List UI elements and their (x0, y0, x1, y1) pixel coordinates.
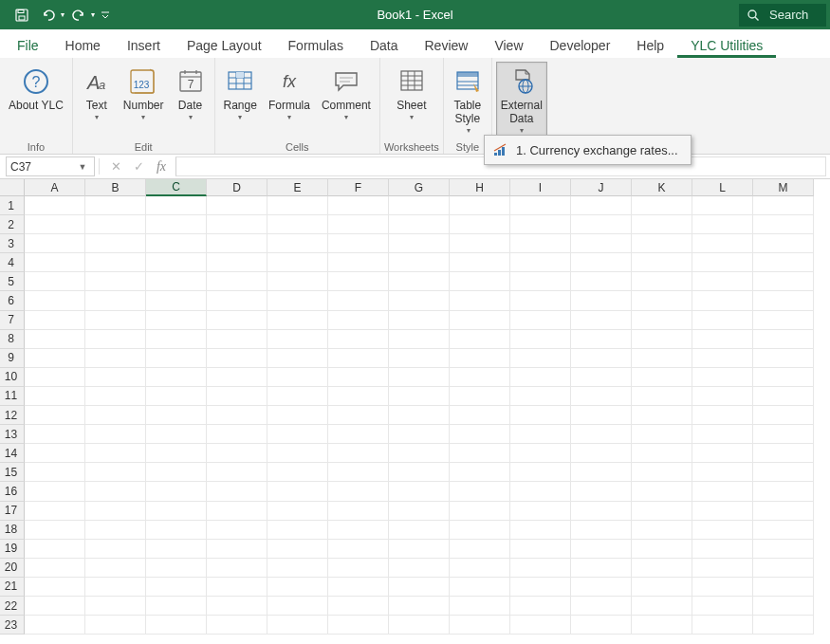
cell[interactable] (692, 234, 753, 253)
cell[interactable] (267, 311, 328, 330)
cell[interactable] (207, 482, 267, 501)
cell[interactable] (85, 330, 146, 349)
cell[interactable] (85, 502, 146, 521)
cell[interactable] (207, 559, 267, 578)
cell[interactable] (207, 406, 267, 425)
row-header[interactable]: 17 (0, 502, 25, 521)
cell[interactable] (85, 272, 146, 291)
text-button[interactable]: Aa Text ▾ (77, 62, 117, 139)
cell[interactable] (25, 234, 85, 253)
cell[interactable] (692, 215, 753, 234)
cell[interactable] (692, 559, 753, 578)
cell[interactable] (85, 578, 146, 597)
cell[interactable] (450, 291, 510, 310)
cells-area[interactable] (25, 196, 814, 635)
formula-button[interactable]: fx Formula ▾ (264, 62, 315, 139)
column-header[interactable]: M (753, 179, 814, 196)
cell[interactable] (146, 196, 207, 215)
cell[interactable] (146, 502, 207, 521)
cell[interactable] (267, 234, 328, 253)
cell[interactable] (389, 349, 450, 368)
cell[interactable] (207, 578, 267, 597)
cell[interactable] (571, 425, 632, 444)
cell[interactable] (753, 463, 814, 482)
cell[interactable] (25, 387, 85, 406)
select-all-corner[interactable] (0, 179, 25, 196)
cell[interactable] (328, 311, 389, 330)
row-header[interactable]: 1 (0, 196, 25, 215)
cell[interactable] (632, 196, 692, 215)
cell[interactable] (207, 597, 267, 616)
cell[interactable] (25, 406, 85, 425)
cell[interactable] (753, 502, 814, 521)
cell[interactable] (632, 253, 692, 272)
cell[interactable] (450, 482, 510, 501)
cell[interactable] (571, 521, 632, 540)
cell[interactable] (207, 291, 267, 310)
cell[interactable] (328, 444, 389, 463)
save-button[interactable] (9, 4, 34, 27)
menu-item-currency-exchange-rates[interactable]: 1. Currency exchange rates... (487, 138, 689, 162)
cell[interactable] (328, 349, 389, 368)
cell[interactable] (450, 502, 510, 521)
cell[interactable] (389, 387, 450, 406)
cell[interactable] (25, 521, 85, 540)
row-header[interactable]: 4 (0, 253, 25, 272)
cell[interactable] (510, 387, 571, 406)
cell[interactable] (571, 444, 632, 463)
cell[interactable] (632, 616, 692, 635)
cell[interactable] (571, 578, 632, 597)
cell[interactable] (692, 291, 753, 310)
cell[interactable] (267, 425, 328, 444)
cell[interactable] (632, 463, 692, 482)
table-style-button[interactable]: Table Style ▾ (448, 62, 488, 139)
cell[interactable] (85, 425, 146, 444)
cell[interactable] (632, 521, 692, 540)
cell[interactable] (450, 253, 510, 272)
cell[interactable] (753, 559, 814, 578)
cell[interactable] (146, 349, 207, 368)
cell[interactable] (267, 597, 328, 616)
column-header[interactable]: G (389, 179, 450, 196)
cell[interactable] (85, 482, 146, 501)
column-header[interactable]: C (146, 179, 207, 196)
cell[interactable] (450, 540, 510, 559)
search-box[interactable]: Search (739, 4, 826, 27)
cell[interactable] (146, 387, 207, 406)
cell[interactable] (571, 196, 632, 215)
column-header[interactable]: H (450, 179, 510, 196)
row-header[interactable]: 21 (0, 578, 25, 597)
cell[interactable] (692, 482, 753, 501)
cell[interactable] (632, 559, 692, 578)
cell[interactable] (510, 349, 571, 368)
row-header[interactable]: 2 (0, 215, 25, 234)
cell[interactable] (328, 330, 389, 349)
cell[interactable] (632, 578, 692, 597)
cell[interactable] (753, 234, 814, 253)
date-button[interactable]: 7 Date ▾ (171, 62, 211, 139)
cell[interactable] (146, 521, 207, 540)
cell[interactable] (267, 330, 328, 349)
cell[interactable] (85, 215, 146, 234)
cell[interactable] (207, 196, 267, 215)
cell[interactable] (146, 311, 207, 330)
cell[interactable] (753, 578, 814, 597)
cell[interactable] (571, 387, 632, 406)
cell[interactable] (571, 463, 632, 482)
tab-insert[interactable]: Insert (114, 32, 174, 58)
cell[interactable] (328, 215, 389, 234)
cell[interactable] (267, 521, 328, 540)
cell[interactable] (25, 597, 85, 616)
cell[interactable] (692, 597, 753, 616)
cell[interactable] (146, 482, 207, 501)
row-header[interactable]: 9 (0, 349, 25, 368)
cell[interactable] (510, 311, 571, 330)
cell[interactable] (571, 406, 632, 425)
cell[interactable] (328, 368, 389, 387)
cell[interactable] (450, 349, 510, 368)
row-header[interactable]: 16 (0, 482, 25, 501)
cell[interactable] (207, 463, 267, 482)
tab-formulas[interactable]: Formulas (275, 32, 357, 58)
cell[interactable] (510, 540, 571, 559)
column-header[interactable]: F (328, 179, 389, 196)
